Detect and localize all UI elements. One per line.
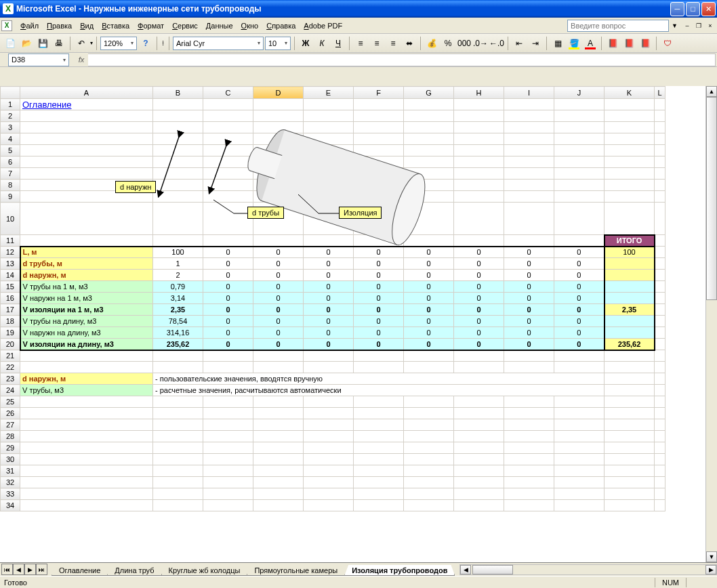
legend-text[interactable]: - пользовательские значения, вводятся вр… xyxy=(153,373,605,385)
cell[interactable] xyxy=(253,122,304,133)
minimize-button[interactable]: ─ xyxy=(670,2,684,16)
row-header-8[interactable]: 8 xyxy=(1,180,20,191)
cell[interactable] xyxy=(554,145,605,156)
pdf-mail-icon[interactable]: 📕 xyxy=(621,36,636,51)
cell[interactable] xyxy=(504,122,554,133)
cell[interactable]: 0 xyxy=(203,270,253,281)
cell[interactable]: 0 xyxy=(304,316,354,327)
cell[interactable] xyxy=(153,156,203,168)
tab-last-icon[interactable]: ⏭ xyxy=(36,564,47,575)
cell[interactable]: 0 xyxy=(404,247,454,258)
cell[interactable] xyxy=(20,362,153,373)
cell[interactable]: 0 xyxy=(253,247,304,258)
cell[interactable]: 0 xyxy=(253,270,304,281)
cell[interactable] xyxy=(153,419,203,431)
cell[interactable] xyxy=(203,500,253,511)
font-name-box[interactable]: Arial Cyr▾ xyxy=(173,37,264,50)
cell[interactable] xyxy=(304,180,354,191)
row-header-5[interactable]: 5 xyxy=(1,145,20,156)
cell[interactable] xyxy=(354,442,404,454)
pdf-icon[interactable]: 📕 xyxy=(605,36,620,51)
scroll-down-icon[interactable]: ▼ xyxy=(706,551,717,562)
cell[interactable] xyxy=(203,419,253,431)
menu-Файл[interactable]: Файл xyxy=(16,20,43,31)
cell[interactable] xyxy=(20,465,153,477)
ask-question-box[interactable] xyxy=(567,20,669,32)
cell[interactable]: 0 xyxy=(304,270,354,281)
cell-grid[interactable]: ABCDEFGHIJKL1Оглавление234567891011ИТОГО… xyxy=(0,86,665,511)
cell[interactable] xyxy=(203,122,253,133)
scroll-right-icon[interactable]: ▶ xyxy=(705,565,716,574)
cell[interactable] xyxy=(554,442,605,454)
cell[interactable] xyxy=(605,431,655,442)
cell[interactable] xyxy=(354,145,404,156)
cell[interactable]: 0 xyxy=(404,270,454,281)
cell[interactable] xyxy=(203,442,253,454)
cell[interactable] xyxy=(454,465,504,477)
cell[interactable] xyxy=(605,350,655,362)
cell[interactable]: 0 xyxy=(504,339,554,350)
cell[interactable] xyxy=(404,431,454,442)
cell[interactable] xyxy=(203,431,253,442)
cell[interactable] xyxy=(504,488,554,500)
cell[interactable]: 235,62 xyxy=(153,339,203,350)
cell[interactable]: 0 xyxy=(354,316,404,327)
cell[interactable] xyxy=(504,500,554,511)
align-center-icon[interactable]: ≡ xyxy=(369,36,384,51)
cell[interactable] xyxy=(504,408,554,419)
cell[interactable]: 0 xyxy=(203,327,253,339)
cell[interactable] xyxy=(404,145,454,156)
cell[interactable]: 0 xyxy=(554,281,605,293)
cell[interactable] xyxy=(253,191,304,203)
cell[interactable] xyxy=(404,488,454,500)
cell[interactable] xyxy=(304,156,354,168)
cell[interactable] xyxy=(504,362,554,373)
cell[interactable] xyxy=(253,180,304,191)
cell[interactable]: 0 xyxy=(354,339,404,350)
cell[interactable] xyxy=(605,168,655,180)
menu-Сервис[interactable]: Сервис xyxy=(168,20,202,31)
cell[interactable] xyxy=(554,431,605,442)
cell[interactable] xyxy=(203,191,253,203)
cell[interactable] xyxy=(153,168,203,180)
cell[interactable] xyxy=(454,350,504,362)
cell[interactable]: 0 xyxy=(253,316,304,327)
cell[interactable] xyxy=(253,350,304,362)
cell[interactable] xyxy=(304,408,354,419)
cell[interactable]: 2,35 xyxy=(153,304,203,316)
underline-icon[interactable]: Ч xyxy=(331,36,346,51)
legend-text[interactable]: - расчетные значения, расчитываются авто… xyxy=(153,385,605,396)
cell[interactable] xyxy=(404,122,454,133)
row-header-29[interactable]: 29 xyxy=(1,442,20,454)
cell[interactable] xyxy=(504,350,554,362)
cell[interactable] xyxy=(655,168,665,180)
cell[interactable] xyxy=(203,180,253,191)
cell[interactable]: 0 xyxy=(354,304,404,316)
cell[interactable]: 1 xyxy=(153,258,203,270)
cell[interactable] xyxy=(354,419,404,431)
cell[interactable] xyxy=(20,431,153,442)
cell[interactable] xyxy=(354,191,404,203)
cell[interactable] xyxy=(554,419,605,431)
total-cell[interactable] xyxy=(605,293,655,304)
cell[interactable] xyxy=(404,408,454,419)
row-label[interactable]: V наружн на длину, м3 xyxy=(20,327,153,339)
cell[interactable] xyxy=(554,156,605,168)
cell[interactable] xyxy=(504,419,554,431)
cell[interactable] xyxy=(504,145,554,156)
align-right-icon[interactable]: ≡ xyxy=(386,36,401,51)
menu-Окно[interactable]: Окно xyxy=(237,20,263,31)
cell[interactable] xyxy=(203,156,253,168)
cell[interactable] xyxy=(454,168,504,180)
cell[interactable] xyxy=(404,191,454,203)
cell[interactable] xyxy=(354,110,404,122)
cell[interactable] xyxy=(554,500,605,511)
total-cell[interactable] xyxy=(605,258,655,270)
cell[interactable]: 0 xyxy=(304,258,354,270)
total-cell[interactable]: 100 xyxy=(605,247,655,258)
close-button[interactable]: ✕ xyxy=(701,2,716,16)
col-header-L[interactable]: L xyxy=(655,87,665,99)
cell[interactable] xyxy=(253,465,304,477)
cell[interactable] xyxy=(504,133,554,145)
cell[interactable]: 0 xyxy=(454,316,504,327)
